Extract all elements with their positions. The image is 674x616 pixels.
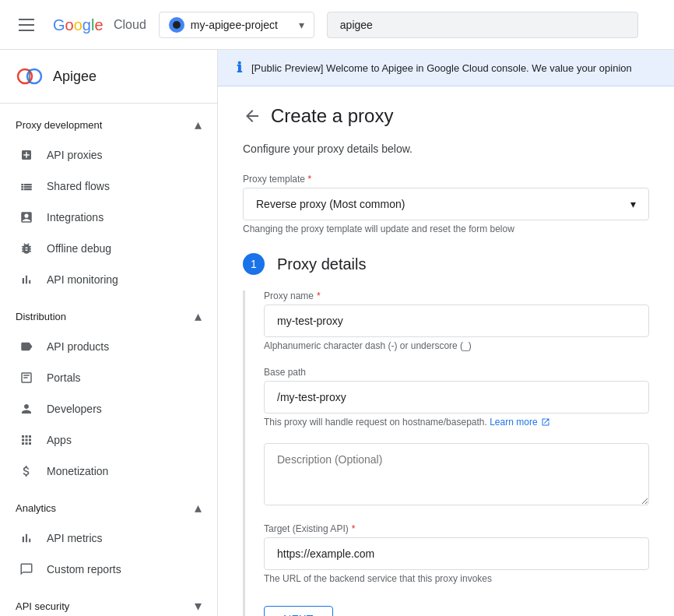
- portals-icon: [19, 370, 34, 385]
- sidebar-item-api-proxies-label: API proxies: [47, 149, 103, 161]
- proxy-name-group: Proxy name * Alphanumeric character dash…: [264, 290, 649, 351]
- proxy-name-label: Proxy name *: [264, 290, 649, 301]
- cloud-text: Cloud: [114, 18, 146, 32]
- sidebar-item-offline-debug[interactable]: Offline debug: [0, 233, 211, 264]
- sidebar-item-portals[interactable]: Portals: [0, 362, 211, 393]
- page-header: Create a proxy: [243, 105, 649, 127]
- next-button[interactable]: NEXT: [264, 606, 333, 616]
- svg-point-1: [173, 21, 181, 29]
- integrations-icon: [19, 209, 34, 225]
- proxy-template-hint: Changing the proxy template will update …: [243, 224, 649, 234]
- sidebar-section-proxy-dev[interactable]: Proxy development ▴: [0, 104, 217, 139]
- sidebar-item-integrations-label: Integrations: [47, 211, 104, 224]
- sidebar-section-analytics-items: API metrics Custom reports: [0, 523, 217, 585]
- base-path-hint: This proxy will handle request on hostna…: [264, 417, 649, 428]
- main-layout: Apigee Proxy development ▴ API proxies S…: [0, 50, 674, 616]
- project-dropdown-chevron: ▾: [299, 19, 304, 31]
- sidebar-item-integrations[interactable]: Integrations: [0, 202, 211, 233]
- sidebar-section-distribution-title: Distribution: [16, 311, 66, 322]
- proxy-name-input[interactable]: [264, 304, 649, 337]
- project-selector[interactable]: my-apigee-project ▾: [159, 12, 314, 38]
- target-group: Target (Existing API) * The URL of the b…: [264, 523, 649, 584]
- search-input[interactable]: [327, 12, 638, 38]
- sidebar-item-api-monitoring[interactable]: API monitoring: [0, 264, 211, 295]
- sidebar-item-offline-debug-label: Offline debug: [47, 242, 111, 255]
- proxy-details-title: Proxy details: [277, 255, 367, 273]
- sidebar-section-proxy-dev-title: Proxy development: [16, 119, 102, 131]
- content-area: ℹ [Public Preview] Welcome to Apigee in …: [218, 50, 674, 616]
- target-label: Target (Existing API) *: [264, 523, 649, 534]
- page-title: Create a proxy: [271, 105, 393, 127]
- hamburger-menu-button[interactable]: [12, 12, 40, 37]
- sidebar-item-apps[interactable]: Apps: [0, 424, 211, 456]
- sidebar-item-developers[interactable]: Developers: [0, 393, 211, 424]
- base-path-group: Base path This proxy will handle request…: [264, 367, 649, 428]
- sidebar-section-proxy-dev-items: API proxies Shared flows Integrations Of…: [0, 139, 217, 295]
- sidebar-item-shared-flows-label: Shared flows: [47, 180, 110, 192]
- step-badge: 1: [243, 253, 265, 275]
- back-button[interactable]: [243, 107, 262, 125]
- proxy-template-section: Proxy template * Reverse proxy (Most com…: [243, 174, 649, 234]
- sidebar-item-api-metrics[interactable]: API metrics: [0, 523, 211, 554]
- sidebar-item-monetization-label: Monetization: [47, 465, 108, 477]
- page-content: Create a proxy Configure your proxy deta…: [218, 86, 674, 616]
- sidebar-item-custom-reports-label: Custom reports: [47, 563, 121, 576]
- sidebar-item-monetization[interactable]: Monetization: [0, 456, 211, 487]
- sidebar-item-api-products[interactable]: API products: [0, 331, 211, 362]
- page-description: Configure your proxy details below.: [243, 143, 649, 155]
- sidebar-section-api-security-chevron: ▾: [195, 597, 202, 614]
- sidebar-section-analytics-title: Analytics: [16, 502, 56, 514]
- dropdown-chevron-icon: ▾: [630, 198, 636, 210]
- products-icon: [19, 339, 34, 354]
- monitoring-icon: [19, 272, 34, 287]
- sidebar-item-apps-label: Apps: [47, 434, 72, 446]
- sidebar-section-api-security[interactable]: API security ▾: [0, 585, 217, 616]
- sidebar-brand-name: Apigee: [53, 69, 97, 85]
- metrics-icon: [19, 530, 34, 546]
- sidebar-item-api-metrics-label: API metrics: [47, 532, 103, 544]
- sidebar-item-portals-label: Portals: [47, 371, 81, 384]
- debug-icon: [19, 241, 34, 256]
- sidebar-item-api-products-label: API products: [47, 340, 109, 353]
- proxy-name-hint: Alphanumeric character dash (-) or under…: [264, 340, 649, 351]
- target-hint: The URL of the backend service that this…: [264, 573, 649, 584]
- learn-more-link[interactable]: Learn more: [490, 417, 549, 428]
- sidebar-item-api-proxies[interactable]: API proxies: [0, 139, 211, 171]
- apps-icon: [19, 432, 34, 448]
- proxy-details-card: Proxy name * Alphanumeric character dash…: [243, 290, 649, 616]
- sidebar-item-developers-label: Developers: [47, 403, 102, 415]
- sidebar-brand: Apigee: [0, 50, 217, 104]
- proxy-template-dropdown[interactable]: Reverse proxy (Most common) ▾: [243, 188, 649, 220]
- shared-flows-icon: [19, 178, 34, 194]
- sidebar-item-api-monitoring-label: API monitoring: [47, 273, 118, 286]
- proxy-template-label: Proxy template *: [243, 174, 649, 185]
- banner: ℹ [Public Preview] Welcome to Apigee in …: [218, 50, 674, 86]
- base-path-input[interactable]: [264, 381, 649, 414]
- svg-text:Google: Google: [53, 16, 104, 33]
- proxy-icon: [19, 147, 34, 163]
- banner-text: [Public Preview] Welcome to Apigee in Go…: [251, 62, 632, 74]
- base-path-label: Base path: [264, 367, 649, 378]
- topbar: Google Cloud my-apigee-project ▾: [0, 0, 674, 50]
- proxy-template-value: Reverse proxy (Most common): [256, 198, 405, 210]
- sidebar-section-distribution-chevron: ▴: [195, 308, 202, 325]
- developers-icon: [19, 401, 34, 417]
- reports-icon: [19, 561, 34, 577]
- proxy-details-header: 1 Proxy details: [243, 253, 649, 275]
- description-group: [264, 443, 649, 508]
- project-icon: [169, 17, 184, 33]
- sidebar-section-api-security-title: API security: [16, 600, 69, 612]
- sidebar: Apigee Proxy development ▴ API proxies S…: [0, 50, 218, 616]
- sidebar-item-custom-reports[interactable]: Custom reports: [0, 554, 211, 585]
- sidebar-section-analytics-chevron: ▴: [195, 499, 202, 516]
- info-icon: ℹ: [237, 59, 242, 76]
- project-name: my-apigee-project: [191, 19, 293, 31]
- sidebar-section-analytics[interactable]: Analytics ▴: [0, 487, 217, 523]
- target-input[interactable]: [264, 537, 649, 570]
- google-cloud-logo[interactable]: Google Cloud: [53, 16, 146, 34]
- sidebar-section-distribution[interactable]: Distribution ▴: [0, 295, 217, 331]
- sidebar-section-proxy-dev-chevron: ▴: [195, 116, 202, 133]
- sidebar-section-distribution-items: API products Portals Developers Apps: [0, 331, 217, 487]
- sidebar-item-shared-flows[interactable]: Shared flows: [0, 171, 211, 202]
- description-input[interactable]: [264, 443, 649, 505]
